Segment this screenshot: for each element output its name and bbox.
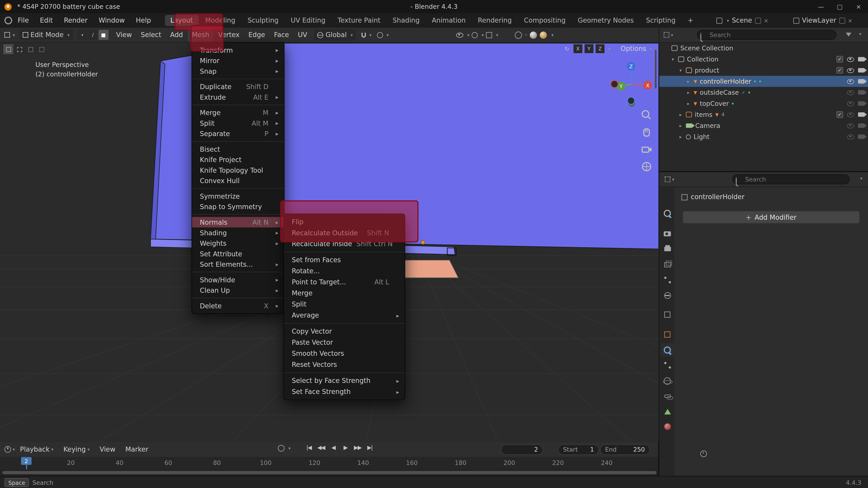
- editor-type-icon[interactable]: [4, 32, 10, 37]
- submenu-item-copy-vector[interactable]: Copy Vector: [284, 326, 405, 337]
- hide-viewport-icon[interactable]: [847, 112, 854, 117]
- menu-item-set-attribute[interactable]: Set Attribute: [192, 249, 284, 259]
- menu-item-symmetrize[interactable]: Symmetrize: [192, 191, 284, 202]
- xray-toggle-icon[interactable]: [486, 32, 492, 38]
- outliner-row-scene-collection[interactable]: Scene Collection: [659, 43, 868, 54]
- outliner-row-items[interactable]: ▸ items ▼ 4 ✓: [659, 109, 868, 120]
- gizmo-z-toggle[interactable]: Z: [595, 44, 604, 53]
- maximize-button[interactable]: ▢: [830, 0, 849, 13]
- mesh-face-selected[interactable]: [400, 260, 459, 278]
- use-preview-range-icon[interactable]: [700, 451, 707, 457]
- workspace-tab-texture-paint[interactable]: Texture Paint: [332, 15, 386, 26]
- outliner-row-collection[interactable]: ▾ Collection ✓: [659, 54, 868, 65]
- gizmo-y-toggle[interactable]: Y: [585, 44, 593, 53]
- transform-orientations-icon[interactable]: ↻: [562, 46, 571, 52]
- menu-item-knife-topology-tool[interactable]: Knife Topology Tool: [192, 165, 284, 175]
- viewlayer-selector[interactable]: ViewLayer: [802, 17, 836, 24]
- outliner-row-product[interactable]: ▾ product ✓: [659, 65, 868, 76]
- tab-collection[interactable]: [660, 307, 674, 321]
- next-keyframe-button[interactable]: ▶▶: [352, 444, 363, 451]
- menu-item-weights[interactable]: Weights▸: [192, 238, 284, 249]
- menu-window[interactable]: Window: [93, 13, 130, 28]
- zoom-icon[interactable]: [641, 109, 653, 121]
- tab-modifiers[interactable]: [660, 343, 674, 356]
- jump-to-end-button[interactable]: ▶|: [364, 444, 375, 451]
- outliner-filter-dropdown-icon[interactable]: ▾: [859, 32, 862, 37]
- disable-render-icon[interactable]: [858, 101, 865, 106]
- submenu-item-reset-vectors[interactable]: Reset Vectors: [284, 359, 405, 370]
- menu-item-mirror[interactable]: Mirror▸: [192, 55, 284, 66]
- hide-viewport-icon[interactable]: [847, 68, 854, 73]
- editor-divider-horizontal[interactable]: [659, 171, 868, 172]
- submenu-item-rotate[interactable]: Rotate...: [284, 266, 405, 276]
- menu-item-bisect[interactable]: Bisect: [192, 144, 284, 155]
- remove-viewlayer-icon[interactable]: ×: [848, 18, 852, 24]
- tab-object[interactable]: [660, 327, 674, 341]
- menu-edit[interactable]: Edit: [34, 13, 58, 28]
- workspace-tab-uv-editing[interactable]: UV Editing: [285, 15, 331, 26]
- snap-dropdown-icon[interactable]: ▾: [369, 32, 372, 37]
- timeline-menu-playback[interactable]: Playback▾: [15, 442, 58, 457]
- submenu-item-smooth-vectors[interactable]: Smooth Vectors: [284, 348, 405, 359]
- material-preview-icon[interactable]: [530, 31, 537, 38]
- outliner-row-topCover[interactable]: ▸▼ topCover ▾: [659, 98, 868, 109]
- hide-viewport-icon[interactable]: [847, 79, 854, 84]
- viewport-scrollbar[interactable]: [655, 50, 656, 88]
- proportional-edit-icon[interactable]: [377, 32, 383, 38]
- tab-scene[interactable]: [660, 273, 674, 287]
- tab-object-data[interactable]: [660, 405, 674, 418]
- tab-world[interactable]: [660, 289, 674, 302]
- disable-render-icon[interactable]: [858, 90, 865, 95]
- gizmo-negative-x-axis[interactable]: [611, 80, 618, 88]
- scene-dropdown-icon[interactable]: ▾: [727, 18, 729, 23]
- menu-file[interactable]: File: [12, 13, 34, 28]
- timeline-scrollbar-thumb[interactable]: [2, 471, 657, 475]
- editor-type-dropdown-icon[interactable]: ▾: [13, 32, 15, 37]
- menu-item-extrude[interactable]: ExtrudeAlt E▸: [192, 92, 284, 102]
- auto-keying-dropdown-icon[interactable]: ▾: [288, 446, 291, 451]
- navigation-gizmo[interactable]: Z X Y: [608, 60, 654, 106]
- timeline-menu-marker[interactable]: Marker: [120, 442, 153, 457]
- timeline-ruler[interactable]: 20 40 60 80 100 120 140 160 180 200 220 …: [0, 457, 659, 469]
- properties-editor-dropdown-icon[interactable]: ▾: [672, 177, 674, 182]
- tab-particles[interactable]: [660, 358, 674, 372]
- select-box-option-new[interactable]: [3, 44, 13, 54]
- outliner-row-light[interactable]: ▸ Light: [659, 131, 868, 142]
- collection-checkbox[interactable]: ✓: [836, 67, 843, 73]
- menu-help[interactable]: Help: [130, 13, 156, 28]
- properties-editor-type-icon[interactable]: [665, 176, 670, 182]
- timeline-menu-keying[interactable]: Keying▾: [58, 442, 94, 457]
- submenu-item-point-to-target[interactable]: Point to Target...Alt L: [284, 276, 405, 288]
- outliner-search-input[interactable]: [697, 30, 836, 40]
- snap-toggle-icon[interactable]: [362, 32, 366, 37]
- shading-options-dropdown-icon[interactable]: ▾: [551, 32, 554, 37]
- new-viewlayer-icon[interactable]: [839, 18, 845, 24]
- menu-item-sort-elements[interactable]: Sort Elements...▸: [192, 259, 284, 270]
- submenu-item-merge[interactable]: Merge: [284, 288, 405, 299]
- add-modifier-button[interactable]: + Add Modifier: [683, 211, 860, 224]
- viewport-menu-edge[interactable]: Edge: [244, 28, 270, 42]
- shading-dropdown-icon[interactable]: ▾: [496, 32, 498, 37]
- options-dropdown[interactable]: Options ▾: [621, 45, 652, 53]
- auto-keying-toggle[interactable]: [278, 445, 284, 451]
- workspace-add-tab[interactable]: +: [682, 15, 699, 26]
- submenu-item-set-from-faces[interactable]: Set from Faces: [284, 255, 405, 266]
- properties-options-dropdown-icon[interactable]: ▾: [860, 176, 863, 181]
- tab-tool[interactable]: [660, 206, 674, 220]
- gizmo-negative-z-axis[interactable]: [627, 97, 635, 104]
- perspective-toggle-icon[interactable]: [641, 161, 653, 173]
- tab-constraints[interactable]: [660, 390, 674, 403]
- outliner-row-outsideCase[interactable]: ▸▼ outsideCase ✓▾: [659, 87, 868, 98]
- vertex-select-mode-button[interactable]: ∙: [77, 30, 87, 40]
- wireframe-shading-icon[interactable]: [515, 31, 522, 38]
- hide-viewport-icon[interactable]: [847, 134, 854, 139]
- collection-checkbox[interactable]: ✓: [836, 111, 843, 118]
- disable-render-icon[interactable]: [858, 57, 865, 62]
- camera-view-icon[interactable]: [641, 143, 653, 156]
- menu-item-show-hide[interactable]: Show/Hide▸: [192, 274, 284, 285]
- collection-checkbox[interactable]: ✓: [836, 56, 843, 62]
- outliner-row-controllerHolder[interactable]: ▸▼ controllerHolder ▾▾: [659, 76, 868, 87]
- viewport-menu-select[interactable]: Select: [136, 28, 166, 42]
- close-button[interactable]: ×: [849, 0, 868, 13]
- show-gizmo-icon[interactable]: [456, 32, 463, 37]
